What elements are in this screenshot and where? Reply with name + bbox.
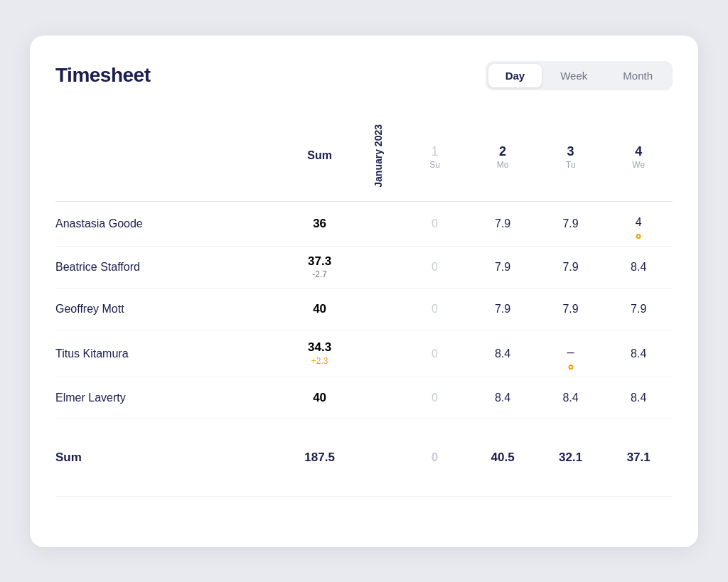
employee-name: Anastasia Goode (55, 202, 272, 247)
employee-name: Geoffrey Mott (55, 289, 272, 330)
day-num-4: 4 (604, 144, 673, 160)
day-label-2: Mo (469, 160, 537, 170)
day-cell: 8.4 (604, 330, 673, 377)
day-cell: 8.4 (537, 377, 605, 419)
table-row: Anastasia Goode3607.97.94 (55, 202, 673, 247)
dot-indicator (568, 365, 573, 370)
day-cell: 8.4 (469, 330, 537, 377)
dot-indicator (636, 234, 641, 239)
col-day-2: 2 Mo (469, 110, 537, 202)
table-row: Geoffrey Mott4007.97.97.9 (55, 289, 673, 330)
month-cell (367, 202, 401, 247)
day-cell: 7.9 (469, 289, 537, 330)
employee-sum: 37.3-2.7 (272, 247, 367, 289)
employee-sum: 40 (272, 377, 367, 419)
day-cell: 8.4 (469, 377, 537, 419)
toggle-day[interactable]: Day (488, 64, 542, 87)
table-wrapper: Sum January 2023 1 Su 2 Mo (55, 110, 673, 497)
day-cell: 0 (401, 377, 469, 419)
day-cell: 8.4 (604, 377, 673, 419)
col-day-4: 4 We (604, 110, 673, 202)
day-cell: 0 (401, 247, 469, 289)
col-day-3: 3 Tu (537, 110, 605, 202)
employee-name: Elmer Laverty (55, 377, 272, 419)
day-label-1: Su (401, 160, 469, 170)
page-title: Timesheet (55, 64, 151, 87)
header: Timesheet Day Week Month (55, 61, 673, 90)
day-cell: 7.9 (537, 289, 605, 330)
sum-day-cell: 37.1 (604, 419, 673, 497)
month-cell (367, 377, 401, 419)
day-cell: 7.9 (537, 247, 605, 289)
day-cell: 7.9 (469, 247, 537, 289)
day-num-2: 2 (469, 144, 537, 160)
month-cell (367, 289, 401, 330)
col-sum-header: Sum (272, 110, 367, 202)
table-row: Titus Kitamura34.3+2.308.4–8.4 (55, 330, 673, 377)
day-label-4: We (604, 160, 673, 170)
sum-day-cell: 32.1 (537, 419, 605, 497)
col-day-1: 1 Su (401, 110, 469, 202)
toggle-week[interactable]: Week (543, 64, 604, 87)
day-cell: 4 (604, 202, 673, 247)
sum-row: Sum187.5040.532.137.1 (55, 419, 673, 497)
sum-day-cell: 0 (401, 419, 469, 497)
table-row: Elmer Laverty4008.48.48.4 (55, 377, 673, 419)
day-cell: – (537, 330, 605, 377)
sum-label: Sum (55, 419, 272, 497)
day-cell: 7.9 (469, 202, 537, 247)
employee-name: Titus Kitamura (55, 330, 272, 377)
employee-name: Beatrice Stafford (55, 247, 272, 289)
day-cell: 8.4 (604, 247, 673, 289)
day-num-3: 3 (537, 144, 605, 160)
day-cell: 7.9 (604, 289, 673, 330)
total-sum: 187.5 (272, 419, 367, 497)
timesheet-table: Sum January 2023 1 Su 2 Mo (55, 110, 673, 497)
sum-day-cell: 40.5 (469, 419, 537, 497)
table-row: Beatrice Stafford37.3-2.707.97.98.4 (55, 247, 673, 289)
day-cell: 7.9 (537, 202, 605, 247)
month-cell (367, 330, 401, 377)
col-name-header (55, 110, 272, 202)
day-label-3: Tu (537, 160, 605, 170)
month-cell (367, 247, 401, 289)
month-label: January 2023 (367, 110, 390, 202)
employee-sum: 40 (272, 289, 367, 330)
day-cell: 0 (401, 330, 469, 377)
employee-sum: 34.3+2.3 (272, 330, 367, 377)
view-toggle: Day Week Month (486, 61, 673, 90)
toggle-month[interactable]: Month (606, 64, 670, 87)
day-cell: 0 (401, 202, 469, 247)
day-cell: 0 (401, 289, 469, 330)
col-month-header: January 2023 (367, 110, 401, 202)
timesheet-card: Timesheet Day Week Month Sum January 202… (30, 36, 698, 547)
day-num-1: 1 (401, 144, 469, 160)
employee-sum: 36 (272, 202, 367, 247)
table-header-row: Sum January 2023 1 Su 2 Mo (55, 110, 673, 202)
